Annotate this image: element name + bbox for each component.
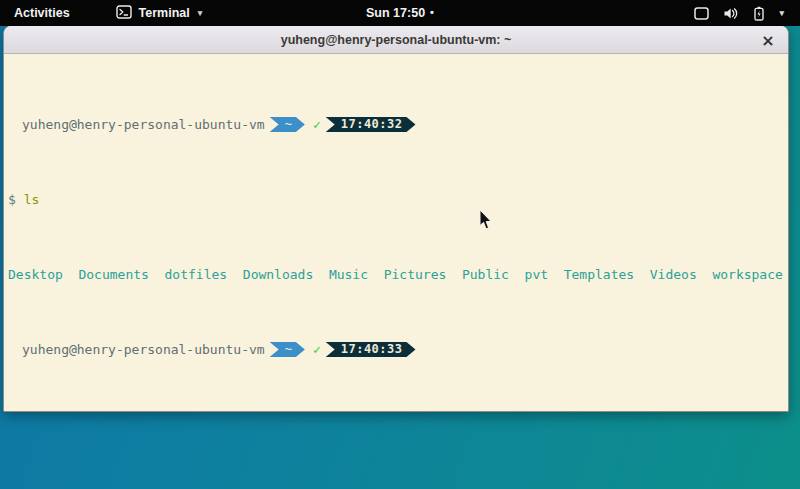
clock-button[interactable]: Sun 17:50 [366,6,425,20]
activities-label: Activities [14,6,70,20]
chevron-down-icon: ▾ [198,8,203,18]
app-menu-label: Terminal [139,6,190,20]
prompt-path-segment: ~ [270,117,305,132]
notification-dot: • [430,7,434,17]
prompt-line: yuheng@henry-personal-ubuntu-vm ~ ✓ 17:4… [8,117,786,132]
ls-output: Desktop Documents dotfiles Downloads Mus… [8,267,786,282]
prompt-line: yuheng@henry-personal-ubuntu-vm ~ ✓ 17:4… [8,342,786,357]
prompt-timestamp: 17:40:33 [326,342,416,357]
prompt-path-segment: ~ [270,342,305,357]
prompt-symbol: $ [8,192,16,207]
terminal-screen[interactable]: yuheng@henry-personal-ubuntu-vm ~ ✓ 17:4… [4,54,788,412]
window-titlebar[interactable]: yuheng@henry-personal-ubuntu-vm: ~ × [4,26,788,54]
prompt-host: yuheng@henry-personal-ubuntu-vm [8,342,265,357]
top-bar: Activities Terminal ▾ Sun 17:50 • [0,0,800,26]
window-title: yuheng@henry-personal-ubuntu-vm: ~ [281,33,512,47]
system-tray[interactable]: ▾ [694,0,800,26]
terminal-icon [116,5,132,22]
command-text: ls [24,192,40,207]
activities-button[interactable]: Activities [0,0,84,26]
close-button[interactable]: × [757,29,779,51]
volume-icon [723,7,739,20]
display-icon [694,7,709,20]
battery-charging-icon [753,6,765,21]
prompt-timestamp: 17:40:32 [326,117,416,132]
status-check-icon: ✓ [313,342,321,357]
prompt-host: yuheng@henry-personal-ubuntu-vm [8,117,265,132]
status-check-icon: ✓ [313,117,321,132]
terminal-window: yuheng@henry-personal-ubuntu-vm: ~ × yuh… [3,26,789,412]
command-line: $ ls [8,192,786,207]
app-menu-terminal[interactable]: Terminal ▾ [110,0,209,26]
chevron-down-icon: ▾ [779,8,784,18]
